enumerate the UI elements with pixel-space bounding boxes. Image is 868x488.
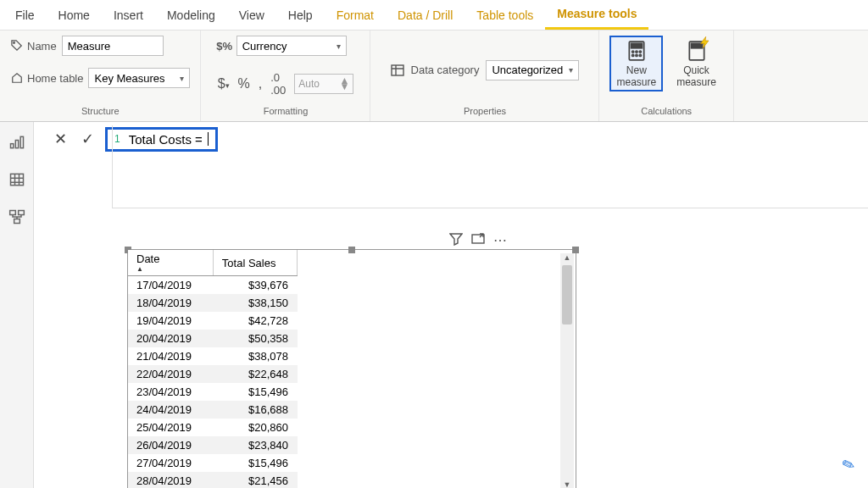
text-cursor — [208, 132, 209, 146]
table-row[interactable]: 26/04/2019$23,840 — [128, 436, 298, 454]
cell-date: 26/04/2019 — [128, 436, 213, 454]
format-dropdown[interactable]: Currency ▾ — [236, 36, 347, 56]
cell-date: 24/04/2019 — [128, 401, 213, 419]
svg-rect-14 — [20, 136, 23, 147]
svg-rect-16 — [9, 211, 15, 215]
chevron-down-icon: ▾ — [337, 42, 341, 51]
tab-insert[interactable]: Insert — [102, 2, 155, 29]
tab-help[interactable]: Help — [276, 2, 325, 29]
svg-rect-15 — [10, 174, 23, 185]
tab-table-tools[interactable]: Table tools — [465, 2, 545, 29]
model-view-button[interactable] — [7, 207, 27, 227]
formula-text: Total Costs = — [129, 132, 203, 147]
table-row[interactable]: 20/04/2019$50,358 — [128, 330, 298, 347]
decimal-places-value: Auto — [298, 78, 320, 90]
cell-date: 19/04/2019 — [128, 312, 213, 330]
svg-point-5 — [636, 51, 637, 53]
filter-icon[interactable] — [449, 232, 463, 249]
decimal-button[interactable]: .0.00 — [270, 71, 286, 97]
tag-icon — [10, 39, 24, 53]
tab-view[interactable]: View — [227, 2, 276, 29]
table-row[interactable]: 17/04/2019$39,676 — [128, 276, 298, 295]
table-row[interactable]: 27/04/2019$15,496 — [128, 454, 298, 472]
chevron-down-icon: ▾ — [569, 65, 573, 75]
svg-rect-3 — [631, 43, 642, 47]
cell-date: 25/04/2019 — [128, 419, 213, 436]
table-row[interactable]: 18/04/2019$38,150 — [128, 294, 298, 312]
measure-name-input[interactable] — [62, 36, 164, 56]
svg-point-4 — [632, 51, 633, 53]
comma-button[interactable]: , — [259, 76, 262, 92]
cell-total-sales: $15,496 — [213, 383, 297, 401]
name-label-text: Name — [27, 40, 57, 53]
svg-rect-1 — [392, 65, 403, 75]
view-rail — [0, 122, 34, 488]
cell-total-sales: $42,728 — [213, 312, 297, 330]
svg-rect-12 — [10, 144, 13, 148]
scroll-thumb[interactable] — [562, 265, 572, 324]
table-row[interactable]: 28/04/2019$21,456 — [128, 472, 298, 488]
cell-date: 17/04/2019 — [128, 276, 213, 295]
svg-point-7 — [632, 54, 633, 56]
data-grid: Date▲ Total Sales 17/04/2019$39,67618/04… — [128, 250, 298, 488]
table-row[interactable]: 23/04/2019$15,496 — [128, 383, 298, 401]
category-icon — [391, 64, 404, 77]
table-row[interactable]: 24/04/2019$16,688 — [128, 401, 298, 419]
home-table-dropdown[interactable]: Key Measures ▾ — [88, 68, 190, 88]
visual-action-bar: ⋯ — [449, 232, 507, 249]
cell-total-sales: $22,648 — [213, 365, 297, 383]
col-header-total-sales[interactable]: Total Sales — [213, 250, 297, 276]
tab-measure-tools[interactable]: Measure tools — [545, 0, 648, 30]
formula-line-number: 1 — [114, 133, 120, 145]
quick-measure-button[interactable]: Quick measure — [670, 36, 723, 92]
tab-file[interactable]: File — [3, 2, 47, 29]
new-measure-button[interactable]: New measure — [609, 36, 663, 92]
table-row[interactable]: 25/04/2019$20,860 — [128, 419, 298, 436]
table-row[interactable]: 21/04/2019$38,078 — [128, 347, 298, 365]
percent-button[interactable]: % — [238, 76, 250, 92]
scroll-down-arrow[interactable]: ▼ — [560, 480, 574, 488]
cell-total-sales: $38,078 — [213, 347, 297, 365]
currency-button[interactable]: $▾ — [218, 76, 230, 92]
cell-total-sales: $38,150 — [213, 294, 297, 312]
cell-total-sales: $15,496 — [213, 454, 297, 472]
data-view-button[interactable] — [7, 169, 27, 190]
cell-date: 22/04/2019 — [128, 365, 213, 383]
ribbon-tab-strip: File Home Insert Modeling View Help Form… — [0, 0, 868, 30]
commit-formula-button[interactable]: ✓ — [78, 130, 97, 148]
svg-point-0 — [14, 42, 15, 44]
tab-home[interactable]: Home — [47, 2, 102, 29]
report-view-button[interactable] — [7, 132, 27, 152]
svg-rect-13 — [15, 141, 18, 148]
chevron-down-icon: ▾ — [180, 74, 184, 83]
svg-point-8 — [636, 54, 637, 56]
tab-format[interactable]: Format — [325, 2, 386, 29]
group-label-structure: Structure — [81, 104, 120, 119]
focus-mode-icon[interactable] — [471, 232, 485, 249]
scroll-up-arrow[interactable]: ▲ — [560, 253, 574, 263]
cell-date: 23/04/2019 — [128, 383, 213, 401]
cell-date: 21/04/2019 — [128, 347, 213, 365]
format-icon: $% — [218, 39, 231, 53]
vertical-scrollbar[interactable]: ▲ ▼ — [560, 253, 574, 488]
cell-total-sales: $39,676 — [213, 276, 297, 295]
tab-data-drill[interactable]: Data / Drill — [386, 2, 465, 29]
col-header-date[interactable]: Date▲ — [128, 250, 213, 276]
table-row[interactable]: 19/04/2019$42,728 — [128, 312, 298, 330]
data-category-value: Uncategorized — [492, 64, 563, 76]
cell-total-sales: $20,860 — [213, 419, 297, 436]
tab-modeling[interactable]: Modeling — [155, 2, 227, 29]
table-row[interactable]: 22/04/2019$22,648 — [128, 365, 298, 383]
more-options-icon[interactable]: ⋯ — [493, 232, 507, 249]
cell-date: 20/04/2019 — [128, 330, 213, 347]
home-table-label: Home table — [10, 71, 83, 85]
table-visual[interactable]: Date▲ Total Sales 17/04/2019$39,67618/04… — [127, 249, 576, 488]
formula-bar: ✕ ✓ 1 Total Costs = — [34, 122, 868, 156]
cancel-formula-button[interactable]: ✕ — [51, 130, 70, 148]
svg-point-6 — [639, 51, 641, 53]
formula-input[interactable]: 1 Total Costs = — [105, 127, 218, 152]
decimal-places-stepper[interactable]: Auto ▲▼ — [294, 74, 353, 94]
report-canvas-area: ✕ ✓ 1 Total Costs = ⋯ Date▲ Total Sales — [34, 122, 868, 488]
data-category-dropdown[interactable]: Uncategorized ▾ — [486, 60, 579, 80]
name-label: Name — [10, 39, 57, 53]
